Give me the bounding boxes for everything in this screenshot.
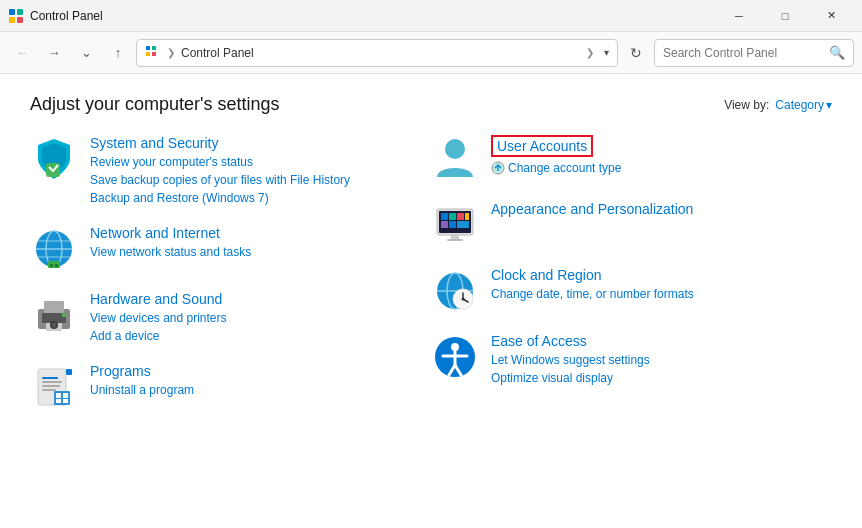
svg-rect-27 [42, 381, 62, 383]
svg-rect-44 [441, 221, 448, 228]
network-text: Network and Internet View network status… [90, 225, 431, 261]
network-link-1[interactable]: View network status and tasks [90, 243, 431, 261]
svg-rect-28 [42, 385, 60, 387]
svg-rect-4 [146, 46, 150, 50]
clock-title[interactable]: Clock and Region [491, 267, 832, 283]
hardware-link-2[interactable]: Add a device [90, 327, 431, 345]
page-heading: Adjust your computer's settings [30, 94, 280, 115]
main-panel: Adjust your computer's settings View by:… [0, 74, 862, 528]
maximize-button[interactable]: □ [762, 0, 808, 32]
hardware-icon [30, 291, 78, 339]
search-input[interactable] [663, 46, 825, 60]
forward-button[interactable]: → [40, 39, 68, 67]
svg-rect-2 [9, 17, 15, 23]
ease-icon [431, 333, 479, 381]
ease-link-1[interactable]: Let Windows suggest settings [491, 351, 832, 369]
svg-rect-6 [146, 52, 150, 56]
svg-point-35 [445, 139, 465, 159]
svg-rect-26 [42, 377, 58, 379]
address-text: Control Panel [181, 46, 580, 60]
hardware-link-1[interactable]: View devices and printers [90, 309, 431, 327]
address-chevron: ❯ [167, 47, 175, 58]
svg-point-37 [493, 163, 503, 173]
svg-rect-7 [152, 52, 156, 56]
appearance-text: Appearance and Personalization [491, 201, 832, 219]
clock-link-1[interactable]: Change date, time, or number formats [491, 285, 832, 303]
svg-rect-41 [449, 213, 456, 220]
viewby-arrow: ▾ [826, 98, 832, 112]
svg-rect-45 [449, 221, 456, 228]
window-controls: ─ □ ✕ [716, 0, 854, 32]
svg-rect-47 [451, 235, 459, 239]
addressbar: ← → ⌄ ↑ ❯ Control Panel ❯ ▾ ↻ 🔍 [0, 32, 862, 74]
close-button[interactable]: ✕ [808, 0, 854, 32]
system-security-link-1[interactable]: Review your computer's status [90, 153, 431, 171]
category-clock: Clock and Region Change date, time, or n… [431, 267, 832, 315]
svg-rect-19 [44, 301, 64, 313]
svg-rect-43 [465, 213, 469, 220]
category-system-security: System and Security Review your computer… [30, 135, 431, 207]
svg-rect-46 [457, 221, 469, 228]
appearance-icon [431, 201, 479, 249]
svg-rect-14 [48, 261, 60, 268]
svg-rect-31 [56, 393, 61, 398]
left-column: System and Security Review your computer… [30, 135, 431, 411]
hardware-title[interactable]: Hardware and Sound [90, 291, 431, 307]
system-security-link-2[interactable]: Save backup copies of your files with Fi… [90, 171, 431, 189]
address-sep: ❯ [586, 47, 594, 58]
system-security-text: System and Security Review your computer… [90, 135, 431, 207]
recent-locations-button[interactable]: ⌄ [72, 39, 100, 67]
svg-point-56 [462, 298, 465, 301]
ease-title[interactable]: Ease of Access [491, 333, 832, 349]
category-ease: Ease of Access Let Windows suggest setti… [431, 333, 832, 387]
categories-grid: System and Security Review your computer… [30, 135, 832, 411]
address-icon [145, 45, 161, 61]
svg-rect-3 [17, 17, 23, 23]
svg-rect-40 [441, 213, 448, 220]
viewby-dropdown[interactable]: Category ▾ [775, 98, 832, 112]
ease-text: Ease of Access Let Windows suggest setti… [491, 333, 832, 387]
clock-text: Clock and Region Change date, time, or n… [491, 267, 832, 303]
address-field[interactable]: ❯ Control Panel ❯ ▾ [136, 39, 618, 67]
svg-point-23 [52, 323, 57, 328]
viewby-value-text: Category [775, 98, 824, 112]
category-hardware: Hardware and Sound View devices and prin… [30, 291, 431, 345]
network-title[interactable]: Network and Internet [90, 225, 431, 241]
user-accounts-link-1[interactable]: Change account type [491, 159, 832, 180]
category-programs: Programs Uninstall a program [30, 363, 431, 411]
svg-rect-33 [56, 399, 61, 403]
viewby-label: View by: [724, 98, 769, 112]
hardware-text: Hardware and Sound View devices and prin… [90, 291, 431, 345]
svg-rect-16 [55, 264, 58, 267]
user-accounts-title[interactable]: User Accounts [491, 135, 593, 157]
search-box[interactable]: 🔍 [654, 39, 854, 67]
svg-rect-15 [50, 264, 53, 267]
svg-rect-34 [63, 399, 68, 403]
right-column: User Accounts [431, 135, 832, 387]
svg-rect-0 [9, 9, 15, 15]
top-bar: Adjust your computer's settings View by:… [30, 94, 832, 115]
category-user-accounts: User Accounts [431, 135, 832, 183]
svg-rect-5 [152, 46, 156, 50]
search-icon: 🔍 [829, 45, 845, 60]
svg-rect-1 [17, 9, 23, 15]
address-dropdown-btn[interactable]: ▾ [604, 47, 609, 58]
appearance-title[interactable]: Appearance and Personalization [491, 201, 832, 217]
refresh-button[interactable]: ↻ [622, 39, 650, 67]
ease-link-2[interactable]: Optimize visual display [491, 369, 832, 387]
up-button[interactable]: ↑ [104, 39, 132, 67]
window-title: Control Panel [30, 9, 716, 23]
svg-rect-48 [447, 239, 463, 241]
system-security-link-3[interactable]: Backup and Restore (Windows 7) [90, 189, 431, 207]
view-by-control: View by: Category ▾ [724, 98, 832, 112]
programs-title[interactable]: Programs [90, 363, 431, 379]
system-security-icon [30, 135, 78, 183]
svg-rect-21 [62, 313, 66, 317]
user-accounts-text: User Accounts [491, 135, 832, 180]
user-accounts-icon [431, 135, 479, 183]
minimize-button[interactable]: ─ [716, 0, 762, 32]
programs-link-1[interactable]: Uninstall a program [90, 381, 431, 399]
back-button[interactable]: ← [8, 39, 36, 67]
network-icon [30, 225, 78, 273]
system-security-title[interactable]: System and Security [90, 135, 431, 151]
